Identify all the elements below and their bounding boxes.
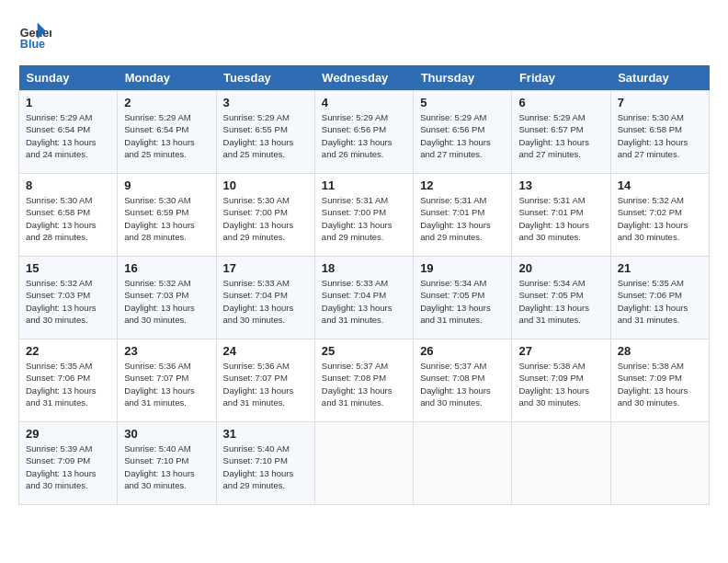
calendar-day-cell (314, 422, 413, 505)
day-info: Sunrise: 5:38 AMSunset: 7:09 PMDaylight:… (618, 360, 702, 408)
day-of-week-header: Thursday (414, 65, 512, 91)
calendar-day-cell: 14Sunrise: 5:32 AMSunset: 7:02 PMDayligh… (610, 174, 709, 257)
day-info: Sunrise: 5:29 AMSunset: 6:56 PMDaylight:… (420, 111, 505, 160)
calendar-day-cell: 23Sunrise: 5:36 AMSunset: 7:07 PMDayligh… (118, 339, 216, 422)
calendar-day-cell: 12Sunrise: 5:31 AMSunset: 7:01 PMDayligh… (414, 174, 512, 257)
day-number: 20 (518, 261, 603, 275)
day-number: 16 (124, 261, 209, 275)
day-number: 14 (618, 178, 702, 192)
day-info: Sunrise: 5:29 AMSunset: 6:57 PMDaylight:… (518, 111, 603, 160)
calendar-day-cell (414, 422, 512, 505)
day-number: 21 (618, 261, 702, 275)
day-info: Sunrise: 5:32 AMSunset: 7:02 PMDaylight:… (618, 194, 702, 243)
calendar-day-cell: 2Sunrise: 5:29 AMSunset: 6:54 PMDaylight… (118, 91, 216, 174)
day-info: Sunrise: 5:30 AMSunset: 6:58 PMDaylight:… (26, 194, 110, 243)
calendar-day-cell: 8Sunrise: 5:30 AMSunset: 6:58 PMDaylight… (19, 174, 118, 257)
day-info: Sunrise: 5:40 AMSunset: 7:10 PMDaylight:… (124, 442, 209, 491)
calendar-table: SundayMondayTuesdayWednesdayThursdayFrid… (18, 65, 710, 505)
day-number: 7 (618, 96, 702, 109)
calendar-week-row: 29Sunrise: 5:39 AMSunset: 7:09 PMDayligh… (19, 422, 710, 505)
svg-text:Blue: Blue (20, 38, 45, 51)
day-info: Sunrise: 5:37 AMSunset: 7:08 PMDaylight:… (420, 360, 505, 408)
calendar-day-cell: 21Sunrise: 5:35 AMSunset: 7:06 PMDayligh… (610, 257, 709, 339)
calendar-day-cell: 27Sunrise: 5:38 AMSunset: 7:09 PMDayligh… (512, 339, 610, 422)
day-number: 27 (518, 344, 603, 358)
logo: General Blue (18, 18, 51, 52)
calendar-day-cell: 22Sunrise: 5:35 AMSunset: 7:06 PMDayligh… (19, 339, 118, 422)
day-of-week-header: Friday (512, 65, 610, 91)
calendar-week-row: 22Sunrise: 5:35 AMSunset: 7:06 PMDayligh… (19, 339, 710, 422)
calendar-day-cell: 3Sunrise: 5:29 AMSunset: 6:55 PMDaylight… (216, 91, 314, 174)
day-info: Sunrise: 5:31 AMSunset: 7:00 PMDaylight:… (322, 194, 406, 243)
day-number: 1 (26, 96, 110, 109)
day-number: 17 (223, 261, 308, 275)
calendar-day-cell: 9Sunrise: 5:30 AMSunset: 6:59 PMDaylight… (118, 174, 216, 257)
day-number: 26 (420, 344, 505, 358)
calendar-week-row: 8Sunrise: 5:30 AMSunset: 6:58 PMDaylight… (19, 174, 710, 257)
day-of-week-header: Sunday (19, 65, 118, 91)
calendar-day-cell: 31Sunrise: 5:40 AMSunset: 7:10 PMDayligh… (216, 422, 314, 505)
calendar-day-cell: 13Sunrise: 5:31 AMSunset: 7:01 PMDayligh… (512, 174, 610, 257)
calendar-day-cell: 6Sunrise: 5:29 AMSunset: 6:57 PMDaylight… (512, 91, 610, 174)
day-info: Sunrise: 5:29 AMSunset: 6:56 PMDaylight:… (322, 111, 406, 160)
day-number: 23 (124, 344, 209, 358)
day-info: Sunrise: 5:29 AMSunset: 6:54 PMDaylight:… (26, 111, 110, 160)
day-info: Sunrise: 5:40 AMSunset: 7:10 PMDaylight:… (223, 442, 308, 491)
day-number: 2 (124, 96, 209, 109)
calendar-day-cell: 30Sunrise: 5:40 AMSunset: 7:10 PMDayligh… (118, 422, 216, 505)
calendar-day-cell: 1Sunrise: 5:29 AMSunset: 6:54 PMDaylight… (19, 91, 118, 174)
day-info: Sunrise: 5:32 AMSunset: 7:03 PMDaylight:… (26, 277, 110, 326)
day-info: Sunrise: 5:35 AMSunset: 7:06 PMDaylight:… (26, 360, 110, 408)
day-number: 31 (223, 427, 308, 441)
day-info: Sunrise: 5:36 AMSunset: 7:07 PMDaylight:… (124, 360, 209, 408)
calendar-header-row: SundayMondayTuesdayWednesdayThursdayFrid… (19, 65, 710, 91)
calendar-day-cell: 26Sunrise: 5:37 AMSunset: 7:08 PMDayligh… (414, 339, 512, 422)
day-info: Sunrise: 5:31 AMSunset: 7:01 PMDaylight:… (518, 194, 603, 243)
day-info: Sunrise: 5:38 AMSunset: 7:09 PMDaylight:… (518, 360, 603, 408)
day-info: Sunrise: 5:32 AMSunset: 7:03 PMDaylight:… (124, 277, 209, 326)
calendar-day-cell: 24Sunrise: 5:36 AMSunset: 7:07 PMDayligh… (216, 339, 314, 422)
day-info: Sunrise: 5:30 AMSunset: 6:58 PMDaylight:… (618, 111, 702, 160)
day-number: 3 (223, 96, 308, 109)
calendar-week-row: 15Sunrise: 5:32 AMSunset: 7:03 PMDayligh… (19, 257, 710, 339)
day-number: 22 (26, 344, 110, 358)
day-number: 13 (518, 178, 603, 192)
day-number: 9 (124, 178, 209, 192)
calendar-day-cell: 19Sunrise: 5:34 AMSunset: 7:05 PMDayligh… (414, 257, 512, 339)
calendar-day-cell: 18Sunrise: 5:33 AMSunset: 7:04 PMDayligh… (314, 257, 413, 339)
logo-icon: General Blue (18, 18, 51, 52)
day-info: Sunrise: 5:33 AMSunset: 7:04 PMDaylight:… (223, 277, 308, 326)
day-of-week-header: Saturday (610, 65, 709, 91)
calendar-day-cell: 7Sunrise: 5:30 AMSunset: 6:58 PMDaylight… (610, 91, 709, 174)
calendar-day-cell: 15Sunrise: 5:32 AMSunset: 7:03 PMDayligh… (19, 257, 118, 339)
calendar-day-cell: 16Sunrise: 5:32 AMSunset: 7:03 PMDayligh… (118, 257, 216, 339)
day-number: 25 (322, 344, 406, 358)
day-info: Sunrise: 5:34 AMSunset: 7:05 PMDaylight:… (420, 277, 505, 326)
calendar-day-cell: 10Sunrise: 5:30 AMSunset: 7:00 PMDayligh… (216, 174, 314, 257)
calendar-day-cell (610, 422, 709, 505)
calendar-day-cell: 5Sunrise: 5:29 AMSunset: 6:56 PMDaylight… (414, 91, 512, 174)
day-info: Sunrise: 5:30 AMSunset: 7:00 PMDaylight:… (223, 194, 308, 243)
day-info: Sunrise: 5:29 AMSunset: 6:55 PMDaylight:… (223, 111, 308, 160)
day-number: 11 (322, 178, 406, 192)
page-header: General Blue (18, 18, 710, 52)
day-number: 4 (322, 96, 406, 109)
calendar-week-row: 1Sunrise: 5:29 AMSunset: 6:54 PMDaylight… (19, 91, 710, 174)
day-number: 15 (26, 261, 110, 275)
calendar-day-cell: 4Sunrise: 5:29 AMSunset: 6:56 PMDaylight… (314, 91, 413, 174)
day-number: 10 (223, 178, 308, 192)
day-number: 30 (124, 427, 209, 441)
calendar-day-cell: 25Sunrise: 5:37 AMSunset: 7:08 PMDayligh… (314, 339, 413, 422)
day-number: 6 (518, 96, 603, 109)
day-of-week-header: Tuesday (216, 65, 314, 91)
calendar-day-cell (512, 422, 610, 505)
calendar-day-cell: 11Sunrise: 5:31 AMSunset: 7:00 PMDayligh… (314, 174, 413, 257)
day-info: Sunrise: 5:34 AMSunset: 7:05 PMDaylight:… (518, 277, 603, 326)
day-number: 12 (420, 178, 505, 192)
day-number: 19 (420, 261, 505, 275)
day-of-week-header: Wednesday (314, 65, 413, 91)
calendar-day-cell: 17Sunrise: 5:33 AMSunset: 7:04 PMDayligh… (216, 257, 314, 339)
day-info: Sunrise: 5:29 AMSunset: 6:54 PMDaylight:… (124, 111, 209, 160)
day-info: Sunrise: 5:30 AMSunset: 6:59 PMDaylight:… (124, 194, 209, 243)
day-number: 5 (420, 96, 505, 109)
